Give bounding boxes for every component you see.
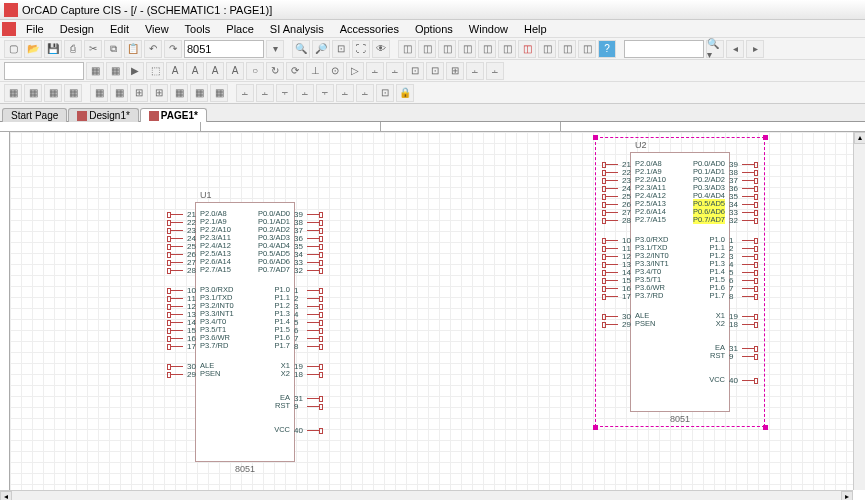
q15-icon[interactable]: ⫠ — [296, 84, 314, 102]
tab-design1[interactable]: Design1* — [68, 108, 139, 122]
q2-icon[interactable]: ▦ — [24, 84, 42, 102]
t2-icon[interactable]: ◫ — [418, 40, 436, 58]
search-combo[interactable] — [624, 40, 704, 58]
menu-tools[interactable]: Tools — [177, 23, 219, 35]
help-icon[interactable]: ? — [598, 40, 616, 58]
p14-icon[interactable]: ▷ — [346, 62, 364, 80]
q6-icon[interactable]: ▦ — [110, 84, 128, 102]
schematic-canvas[interactable]: P2.0/A8P2.1/A9P2.2/A10P2.3/A11P2.4/A12P2… — [10, 132, 853, 490]
p20-icon[interactable]: ⫠ — [466, 62, 484, 80]
menu-view[interactable]: View — [137, 23, 177, 35]
q14-icon[interactable]: ⫟ — [276, 84, 294, 102]
p6-icon[interactable]: A — [186, 62, 204, 80]
combo-dd-icon[interactable]: ▾ — [266, 40, 284, 58]
selection-handle[interactable] — [593, 135, 598, 140]
q5-icon[interactable]: ▦ — [90, 84, 108, 102]
pin-40[interactable]: 40 — [293, 426, 323, 435]
t7-icon[interactable]: ◫ — [518, 40, 536, 58]
new-icon[interactable]: ▢ — [4, 40, 22, 58]
t6-icon[interactable]: ◫ — [498, 40, 516, 58]
eye-icon[interactable]: 👁 — [372, 40, 390, 58]
q12-icon[interactable]: ⫠ — [236, 84, 254, 102]
p11-icon[interactable]: ⟳ — [286, 62, 304, 80]
zoom-fit-icon[interactable]: ⛶ — [352, 40, 370, 58]
t5-icon[interactable]: ◫ — [478, 40, 496, 58]
menu-help[interactable]: Help — [516, 23, 555, 35]
t1-icon[interactable]: ◫ — [398, 40, 416, 58]
selection-handle[interactable] — [593, 425, 598, 430]
scrollbar-vertical[interactable]: ▴ — [853, 132, 865, 490]
paste-icon[interactable]: 📋 — [124, 40, 142, 58]
find-icon[interactable]: 🔍▾ — [706, 40, 724, 58]
q17-icon[interactable]: ⫠ — [336, 84, 354, 102]
next-icon[interactable]: ▸ — [746, 40, 764, 58]
scroll-right-icon[interactable]: ▸ — [841, 491, 853, 501]
lock-icon[interactable]: 🔒 — [396, 84, 414, 102]
copy-icon[interactable]: ⧉ — [104, 40, 122, 58]
p9-icon[interactable]: ○ — [246, 62, 264, 80]
q4-icon[interactable]: ▦ — [64, 84, 82, 102]
prev-icon[interactable]: ◂ — [726, 40, 744, 58]
selection-box[interactable] — [595, 137, 765, 427]
zoom-in-icon[interactable]: 🔍 — [292, 40, 310, 58]
q16-icon[interactable]: ⫟ — [316, 84, 334, 102]
p5-icon[interactable]: A — [166, 62, 184, 80]
menu-window[interactable]: Window — [461, 23, 516, 35]
pin-32[interactable]: 32 — [293, 266, 323, 275]
zoom-area-icon[interactable]: ⊡ — [332, 40, 350, 58]
zoom-out-icon[interactable]: 🔎 — [312, 40, 330, 58]
menu-edit[interactable]: Edit — [102, 23, 137, 35]
p10-icon[interactable]: ↻ — [266, 62, 284, 80]
selection-handle[interactable] — [763, 135, 768, 140]
pin-17[interactable]: 17 — [167, 342, 197, 351]
q18-icon[interactable]: ⫠ — [356, 84, 374, 102]
q10-icon[interactable]: ▦ — [190, 84, 208, 102]
q9-icon[interactable]: ▦ — [170, 84, 188, 102]
p1-icon[interactable]: ▦ — [86, 62, 104, 80]
menu-accessories[interactable]: Accessories — [332, 23, 407, 35]
redo-icon[interactable]: ↷ — [164, 40, 182, 58]
q19-icon[interactable]: ⊡ — [376, 84, 394, 102]
p21-icon[interactable]: ⫠ — [486, 62, 504, 80]
q13-icon[interactable]: ⫠ — [256, 84, 274, 102]
p4-icon[interactable]: ⬚ — [146, 62, 164, 80]
undo-icon[interactable]: ↶ — [144, 40, 162, 58]
p8-icon[interactable]: A — [226, 62, 244, 80]
t9-icon[interactable]: ◫ — [558, 40, 576, 58]
p15-icon[interactable]: ⫠ — [366, 62, 384, 80]
open-icon[interactable]: 📂 — [24, 40, 42, 58]
save-icon[interactable]: 💾 — [44, 40, 62, 58]
cut-icon[interactable]: ✂ — [84, 40, 102, 58]
pin-28[interactable]: 28 — [167, 266, 197, 275]
q7-icon[interactable]: ⊞ — [130, 84, 148, 102]
layer-combo[interactable] — [4, 62, 84, 80]
pin-29[interactable]: 29 — [167, 370, 197, 379]
pin-9[interactable]: 9 — [293, 402, 323, 411]
menu-file[interactable]: File — [18, 23, 52, 35]
print-icon[interactable]: ⎙ — [64, 40, 82, 58]
q3-icon[interactable]: ▦ — [44, 84, 62, 102]
p17-icon[interactable]: ⊡ — [406, 62, 424, 80]
p7-icon[interactable]: A — [206, 62, 224, 80]
menu-options[interactable]: Options — [407, 23, 461, 35]
t3-icon[interactable]: ◫ — [438, 40, 456, 58]
t10-icon[interactable]: ◫ — [578, 40, 596, 58]
component-u1[interactable]: P2.0/A8P2.1/A9P2.2/A10P2.3/A11P2.4/A12P2… — [195, 202, 295, 462]
p19-icon[interactable]: ⊞ — [446, 62, 464, 80]
pin-8[interactable]: 8 — [293, 342, 323, 351]
menu-si-analysis[interactable]: SI Analysis — [262, 23, 332, 35]
scroll-left-icon[interactable]: ◂ — [0, 491, 12, 501]
p3-icon[interactable]: ▶ — [126, 62, 144, 80]
scroll-up-icon[interactable]: ▴ — [854, 132, 865, 144]
part-combo[interactable] — [184, 40, 264, 58]
menu-place[interactable]: Place — [218, 23, 262, 35]
tab-page1[interactable]: PAGE1* — [140, 108, 207, 122]
t8-icon[interactable]: ◫ — [538, 40, 556, 58]
menu-design[interactable]: Design — [52, 23, 102, 35]
scrollbar-horizontal[interactable]: ◂ ▸ — [0, 490, 853, 500]
p12-icon[interactable]: ⊥ — [306, 62, 324, 80]
p2-icon[interactable]: ▦ — [106, 62, 124, 80]
tab-startpage[interactable]: Start Page — [2, 108, 67, 122]
p16-icon[interactable]: ⫠ — [386, 62, 404, 80]
t4-icon[interactable]: ◫ — [458, 40, 476, 58]
